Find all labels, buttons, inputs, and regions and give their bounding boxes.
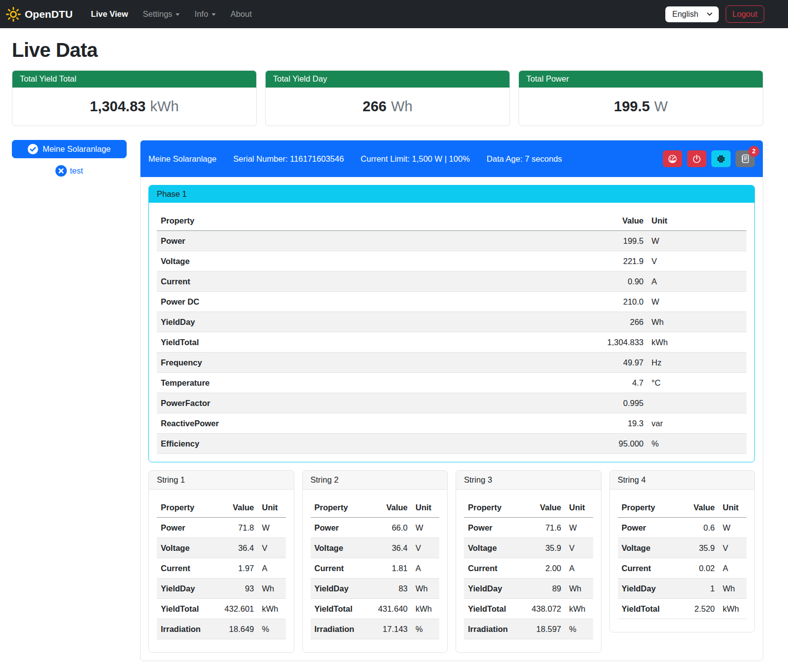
unit-cell: °C <box>648 373 746 393</box>
nav-about[interactable]: About <box>224 5 258 23</box>
value-cell: 17.143 <box>370 619 412 639</box>
table-row: Power0.6W <box>618 518 747 538</box>
string-4-card: String 4 Property Value Unit <box>609 470 755 632</box>
value-cell: 2.520 <box>677 599 719 619</box>
property-cell: Frequency <box>157 353 578 373</box>
inverter-test-button[interactable]: test <box>55 165 83 177</box>
nav-info[interactable]: Info <box>188 5 222 23</box>
unit-cell: Wh <box>648 312 746 332</box>
summary-cards-row: Total Yield Total 1,304.83kWh Total Yiel… <box>12 70 763 126</box>
chevron-down-icon <box>176 13 180 16</box>
card-value: 1,304.83 <box>90 98 146 114</box>
unit-cell: W <box>258 518 286 538</box>
column-value: Value <box>578 211 648 231</box>
column-value: Value <box>217 497 258 518</box>
unit-cell: % <box>565 619 593 639</box>
phase-panel-title: Phase 1 <box>149 185 754 203</box>
value-cell: 36.4 <box>217 538 258 558</box>
event-log-button[interactable]: 2 <box>736 150 755 167</box>
nav-live-view[interactable]: Live View <box>85 5 135 23</box>
nav-settings[interactable]: Settings <box>137 5 186 23</box>
value-cell: 35.9 <box>677 538 719 558</box>
value-cell: 49.97 <box>578 353 648 373</box>
table-header-row: Property Value Unit <box>464 497 593 518</box>
property-cell: YieldTotal <box>157 599 217 619</box>
x-circle-icon <box>55 165 67 177</box>
inverter-selected-button[interactable]: Meine Solaranlage <box>12 140 127 158</box>
unit-cell: Wh <box>719 579 746 599</box>
column-value: Value <box>677 497 719 518</box>
total-yield-total-card: Total Yield Total 1,304.83kWh <box>12 70 257 126</box>
column-value: Value <box>524 497 565 518</box>
property-cell: YieldTotal <box>311 599 371 619</box>
table-row: YieldDay1Wh <box>618 579 747 599</box>
card-title: Total Yield Total <box>12 71 256 88</box>
events-count-badge: 2 <box>748 146 759 157</box>
limit-settings-button[interactable] <box>663 150 682 167</box>
unit-cell: kWh <box>412 599 439 619</box>
table-row: Power66.0W <box>311 518 440 538</box>
journal-text-icon <box>741 154 750 164</box>
value-cell: 199.5 <box>578 231 648 251</box>
table-row: Frequency49.97Hz <box>157 353 746 373</box>
column-property: Property <box>157 497 217 518</box>
value-cell: 18.597 <box>524 619 565 639</box>
card-value: 266 <box>363 98 386 114</box>
card-value-area: 266Wh <box>266 88 510 126</box>
value-cell: 221.9 <box>578 251 648 271</box>
column-unit: Unit <box>719 497 746 518</box>
property-cell: ReactivePower <box>157 413 578 434</box>
value-cell: 432.601 <box>217 599 258 619</box>
property-cell: YieldDay <box>618 579 678 599</box>
device-info-button[interactable] <box>711 150 731 167</box>
value-cell: 95.000 <box>578 434 648 454</box>
column-unit: Unit <box>258 497 286 518</box>
value-cell: 66.0 <box>370 518 412 538</box>
unit-cell: kWh <box>648 332 746 353</box>
property-cell: Power <box>618 518 678 538</box>
brand[interactable]: OpenDTU <box>6 7 73 22</box>
property-cell: YieldDay <box>157 579 217 599</box>
table-row: YieldTotal438.072kWh <box>464 599 593 619</box>
string-table: Property Value Unit Power71.6WVoltage35.… <box>464 497 593 639</box>
table-header-row: Property Value Unit <box>157 211 746 231</box>
language-selected-value: English <box>672 10 698 19</box>
inverter-name: Meine Solaranlage <box>148 154 217 164</box>
value-cell: 35.9 <box>524 538 565 558</box>
table-row: Voltage35.9V <box>464 538 593 558</box>
language-select[interactable]: English <box>665 6 718 22</box>
inverter-selected-label: Meine Solaranlage <box>43 144 111 154</box>
unit-cell: Wh <box>565 579 593 599</box>
value-cell: 36.4 <box>370 538 412 558</box>
value-cell: 19.3 <box>578 413 648 434</box>
property-cell: Power <box>464 518 524 538</box>
unit-cell: W <box>565 518 593 538</box>
property-cell: Current <box>464 558 524 579</box>
unit-cell: V <box>258 538 286 558</box>
unit-cell: W <box>648 231 746 251</box>
value-cell: 1,304.833 <box>578 332 648 353</box>
property-cell: Irradiation <box>157 619 217 639</box>
column-property: Property <box>464 497 524 518</box>
unit-cell: Wh <box>412 579 439 599</box>
column-value: Value <box>370 497 412 518</box>
property-cell: Power <box>157 518 217 538</box>
nav-live-view-label: Live View <box>91 9 128 19</box>
logout-button[interactable]: Logout <box>726 5 764 23</box>
table-row: YieldDay266Wh <box>157 312 746 332</box>
property-cell: YieldTotal <box>157 332 578 353</box>
value-cell: 0.995 <box>578 393 648 413</box>
table-row: Voltage221.9V <box>157 251 746 271</box>
column-unit: Unit <box>648 211 746 231</box>
phase-table: Property Value Unit Power199.5WVoltage22… <box>157 211 746 454</box>
value-cell: 89 <box>524 579 565 599</box>
value-cell: 431.640 <box>370 599 412 619</box>
property-cell: PowerFactor <box>157 393 578 413</box>
power-toggle-button[interactable] <box>687 150 706 167</box>
property-cell: Current <box>311 558 371 579</box>
card-unit: Wh <box>391 98 413 114</box>
inverter-serial: Serial Number: 116171603546 <box>233 154 344 164</box>
table-row: Power71.6W <box>464 518 593 538</box>
unit-cell: % <box>648 434 746 454</box>
table-row: PowerFactor0.995 <box>157 393 746 413</box>
